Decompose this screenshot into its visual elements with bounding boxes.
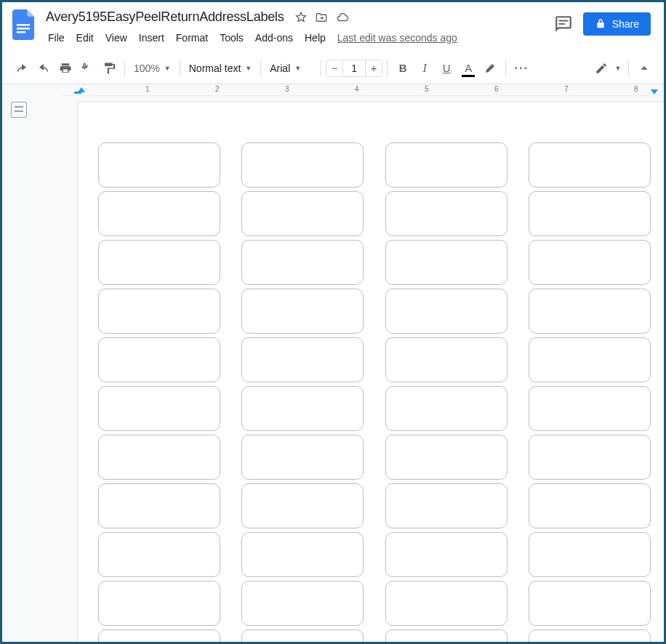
label-box[interactable] <box>98 532 220 577</box>
label-box[interactable] <box>98 289 220 334</box>
document-title[interactable]: Avery5195EasyPeelReturnAddressLabels <box>43 8 287 26</box>
label-cell[interactable] <box>98 435 220 480</box>
menu-format[interactable]: Format <box>171 29 213 47</box>
paragraph-style-dropdown[interactable]: Normal text▼ <box>185 60 257 77</box>
label-box[interactable] <box>98 337 220 382</box>
cloud-status-icon[interactable] <box>335 11 350 24</box>
label-box[interactable] <box>529 142 651 188</box>
hide-menus-button[interactable] <box>634 58 654 79</box>
label-box[interactable] <box>98 581 220 626</box>
docs-logo-icon[interactable] <box>11 8 37 41</box>
label-box[interactable] <box>241 142 364 188</box>
label-cell[interactable] <box>385 386 507 431</box>
label-box[interactable] <box>241 386 364 431</box>
label-box[interactable] <box>529 629 651 642</box>
label-box[interactable] <box>529 386 651 431</box>
paint-format-button[interactable] <box>99 58 119 79</box>
outline-toggle-icon[interactable] <box>11 102 27 118</box>
label-box[interactable] <box>529 581 651 626</box>
label-cell[interactable] <box>241 337 364 382</box>
label-cell[interactable] <box>529 483 651 528</box>
ruler-indent-right-marker[interactable] <box>651 89 658 94</box>
label-cell[interactable] <box>98 483 220 528</box>
font-size-decrease[interactable]: − <box>326 60 343 77</box>
menu-file[interactable]: File <box>43 29 70 47</box>
label-box[interactable] <box>385 337 507 382</box>
label-box[interactable] <box>529 435 651 480</box>
label-cell[interactable] <box>98 240 220 285</box>
label-cell[interactable] <box>98 289 220 334</box>
label-box[interactable] <box>385 240 507 285</box>
label-cell[interactable] <box>385 337 507 382</box>
label-box[interactable] <box>241 240 364 285</box>
print-button[interactable] <box>55 58 76 79</box>
label-cell[interactable] <box>385 240 507 285</box>
editing-mode-caret[interactable]: ▼ <box>613 58 623 79</box>
menu-addons[interactable]: Add-ons <box>250 29 298 47</box>
label-box[interactable] <box>385 629 507 642</box>
redo-button[interactable] <box>33 58 54 79</box>
label-cell[interactable] <box>385 483 507 528</box>
menu-insert[interactable]: Insert <box>134 29 169 47</box>
underline-button[interactable]: U <box>436 58 457 79</box>
italic-button[interactable]: I <box>414 58 435 79</box>
label-cell[interactable] <box>529 142 651 188</box>
spellcheck-button[interactable] <box>77 58 97 79</box>
label-cell[interactable] <box>241 289 364 334</box>
label-cell[interactable] <box>241 532 364 577</box>
label-cell[interactable] <box>98 629 220 642</box>
zoom-dropdown[interactable]: 100%▼ <box>129 60 175 77</box>
label-box[interactable] <box>385 191 507 236</box>
label-box[interactable] <box>385 483 507 528</box>
label-box[interactable] <box>98 435 220 480</box>
label-box[interactable] <box>529 191 651 236</box>
label-cell[interactable] <box>241 629 364 642</box>
move-folder-icon[interactable] <box>315 11 328 24</box>
label-box[interactable] <box>529 532 651 577</box>
font-size-increase[interactable]: + <box>365 60 382 77</box>
label-cell[interactable] <box>385 142 507 188</box>
label-box[interactable] <box>98 629 220 642</box>
horizontal-ruler[interactable]: 12345678 <box>62 84 664 96</box>
label-box[interactable] <box>529 337 651 382</box>
page[interactable] <box>78 102 664 642</box>
label-cell[interactable] <box>241 483 364 528</box>
comments-icon[interactable] <box>554 15 573 33</box>
label-box[interactable] <box>529 483 651 528</box>
label-cell[interactable] <box>385 435 507 480</box>
label-cell[interactable] <box>241 386 364 431</box>
label-cell[interactable] <box>241 240 364 285</box>
label-cell[interactable] <box>385 289 507 334</box>
last-edit-link[interactable]: Last edit was seconds ago <box>332 29 462 47</box>
label-cell[interactable] <box>98 142 220 188</box>
label-box[interactable] <box>529 289 651 334</box>
label-box[interactable] <box>241 483 364 528</box>
label-box[interactable] <box>98 483 220 528</box>
label-cell[interactable] <box>529 386 651 431</box>
undo-button[interactable] <box>12 58 32 79</box>
label-box[interactable] <box>98 191 220 236</box>
bold-button[interactable]: B <box>393 58 413 79</box>
label-cell[interactable] <box>529 532 651 577</box>
label-cell[interactable] <box>98 581 220 626</box>
label-cell[interactable] <box>385 629 507 642</box>
menu-edit[interactable]: Edit <box>71 29 99 47</box>
label-cell[interactable] <box>385 532 507 577</box>
more-toolbar-button[interactable]: ··· <box>511 58 531 79</box>
highlight-color-button[interactable] <box>480 58 500 79</box>
label-cell[interactable] <box>385 191 507 236</box>
menu-help[interactable]: Help <box>300 29 331 47</box>
label-box[interactable] <box>241 629 364 642</box>
label-cell[interactable] <box>529 581 651 626</box>
label-cell[interactable] <box>529 629 651 642</box>
label-box[interactable] <box>98 386 220 431</box>
label-cell[interactable] <box>241 142 364 188</box>
menu-tools[interactable]: Tools <box>214 29 249 47</box>
label-box[interactable] <box>241 435 364 480</box>
label-cell[interactable] <box>98 337 220 382</box>
label-box[interactable] <box>98 240 220 285</box>
page-scroll-container[interactable] <box>62 96 664 642</box>
label-box[interactable] <box>385 532 507 577</box>
label-box[interactable] <box>385 289 507 334</box>
label-cell[interactable] <box>529 435 651 480</box>
